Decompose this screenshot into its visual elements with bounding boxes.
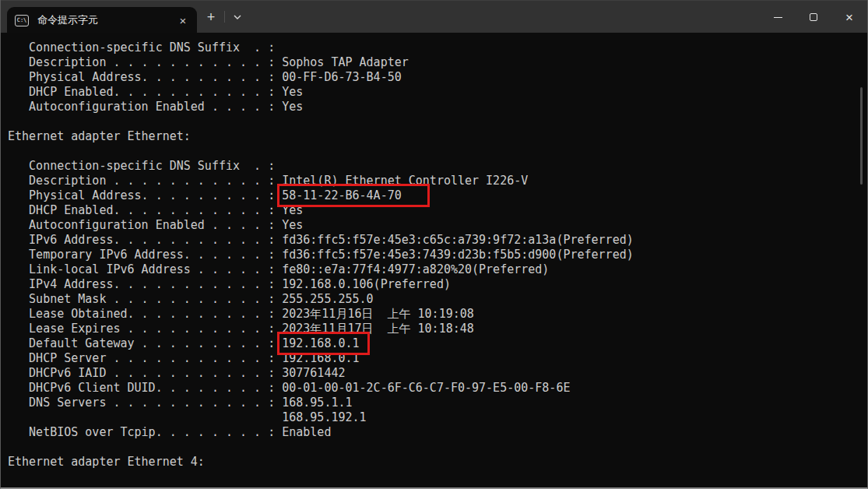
- terminal-line: Physical Address. . . . . . . . . : 58-1…: [8, 188, 867, 203]
- minimize-button[interactable]: [760, 1, 796, 33]
- terminal-line: [8, 440, 867, 455]
- terminal-line: IPv6 Address. . . . . . . . . . . : fd36…: [8, 233, 867, 248]
- command-prompt-icon: C:\: [15, 15, 29, 26]
- terminal-line: DHCPv6 IAID . . . . . . . . . . . : 3077…: [8, 366, 867, 381]
- command-prompt-icon-text: C:\: [17, 18, 27, 23]
- terminal-line: Description . . . . . . . . . . . : Inte…: [8, 174, 867, 188]
- close-icon: ×: [845, 11, 853, 24]
- terminal-window: C:\ 命令提示字元 × + × Connection-specif: [0, 0, 868, 489]
- terminal-line: DNS Servers . . . . . . . . . . . : 168.…: [8, 396, 867, 410]
- chevron-down-icon: [234, 15, 241, 19]
- scrollbar-thumb[interactable]: [860, 87, 863, 185]
- terminal-line: Lease Expires . . . . . . . . . . : 2023…: [8, 322, 867, 336]
- highlight-box-physical-address: 58-11-22-B6-4A-70: [282, 188, 425, 202]
- terminal-line: DHCP Enabled. . . . . . . . . . . : Yes: [8, 203, 867, 218]
- terminal-line: NetBIOS over Tcpip. . . . . . . . : Enab…: [8, 425, 867, 440]
- terminal-line: Connection-specific DNS Suffix . :: [8, 40, 867, 55]
- terminal-line: [8, 144, 867, 159]
- terminal-line: Temporary IPv6 Address. . . . . . : fd36…: [8, 248, 867, 262]
- terminal-line: IPv4 Address. . . . . . . . . . . : 192.…: [8, 277, 867, 292]
- terminal-line: Ethernet adapter Ethernet 4:: [8, 455, 867, 470]
- terminal-line: DHCP Enabled. . . . . . . . . . . : Yes: [8, 85, 867, 100]
- new-tab-button[interactable]: +: [201, 6, 221, 28]
- terminal-line: Connection-specific DNS Suffix . :: [8, 159, 867, 174]
- title-bar[interactable]: C:\ 命令提示字元 × + ×: [1, 0, 867, 33]
- tab-title: 命令提示字元: [37, 13, 174, 27]
- window-controls: ×: [760, 1, 867, 33]
- terminal-line: Subnet Mask . . . . . . . . . . . : 255.…: [8, 292, 867, 307]
- terminal-line: Autoconfiguration Enabled . . . . : Yes: [8, 100, 867, 114]
- terminal-line: [8, 114, 867, 129]
- minimize-icon: [774, 17, 782, 18]
- tab-close-icon[interactable]: ×: [174, 11, 192, 30]
- terminal-line: 168.95.192.1: [8, 410, 867, 425]
- terminal-line: Link-local IPv6 Address . . . . . : fe80…: [8, 262, 867, 277]
- terminal-line: Lease Obtained. . . . . . . . . . : 2023…: [8, 307, 867, 322]
- highlight-box-default-gateway: 192.168.0.1: [282, 336, 364, 350]
- terminal-line: DHCP Server . . . . . . . . . . . : 192.…: [8, 351, 867, 366]
- maximize-icon: [810, 13, 817, 21]
- terminal-output[interactable]: Connection-specific DNS Suffix . : Descr…: [1, 33, 867, 487]
- terminal-line: Ethernet adapter Ethernet:: [8, 129, 867, 144]
- terminal-line: Physical Address. . . . . . . . . : 00-F…: [8, 70, 867, 85]
- close-button[interactable]: ×: [831, 1, 867, 33]
- tab-bar-divider: [224, 11, 225, 23]
- tab-dropdown-button[interactable]: [228, 6, 247, 28]
- terminal-line: DHCPv6 Client DUID. . . . . . . . : 00-0…: [8, 381, 867, 396]
- tab-command-prompt[interactable]: C:\ 命令提示字元 ×: [7, 7, 197, 33]
- terminal-line: Default Gateway . . . . . . . . . : 192.…: [8, 336, 867, 351]
- maximize-button[interactable]: [796, 1, 831, 33]
- terminal-line: Description . . . . . . . . . . . : Soph…: [8, 55, 867, 70]
- terminal-line: Autoconfiguration Enabled . . . . : Yes: [8, 218, 867, 233]
